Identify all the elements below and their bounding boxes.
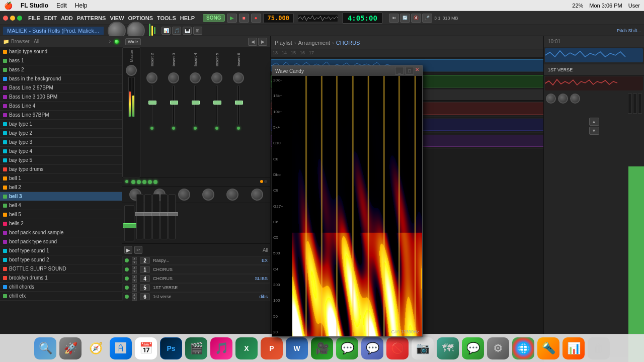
rewind-button[interactable]: ⏮ — [389, 14, 399, 23]
dock-calendar[interactable]: 📅 — [135, 337, 157, 359]
routing-knob-4[interactable] — [202, 189, 214, 201]
insert-fader-knob-5[interactable] — [235, 101, 243, 105]
insert-knob-1[interactable] — [146, 72, 157, 83]
record-button[interactable]: ● — [251, 14, 261, 23]
dock-activity[interactable]: 📊 — [562, 337, 585, 359]
ch-down[interactable]: ▼ — [132, 288, 137, 292]
ch-up[interactable]: ▲ — [132, 275, 137, 279]
patterns-menu[interactable]: PATTERNS — [77, 15, 106, 21]
window-min[interactable] — [10, 16, 15, 21]
track-item-chill-chords[interactable]: chill chords — [0, 283, 122, 292]
mixer-nav-btn[interactable]: ◀ — [248, 38, 257, 46]
insert-fader-knob-3[interactable] — [192, 101, 200, 105]
track-item-bass-line-97bpm[interactable]: Bass Line 97BPM — [0, 111, 122, 120]
track-item-bay-type-2[interactable]: bay type 2 — [0, 129, 122, 138]
dock-discord[interactable]: 💬 — [361, 337, 383, 359]
playlist-tool-btn[interactable]: 🎵 — [172, 27, 181, 35]
track-item-bass-line-4[interactable]: Bass Line 4 — [0, 102, 122, 111]
dock-sysprefs[interactable]: ⚙ — [487, 337, 509, 359]
loop-btn-small[interactable]: ↩ — [134, 246, 142, 254]
play-button[interactable]: ▶ — [227, 14, 237, 23]
dock-launchpad[interactable]: 🚀 — [59, 337, 82, 359]
dock-appstore[interactable]: 🅰 — [110, 337, 132, 359]
track-item-chill-efx[interactable]: chill efx — [0, 292, 122, 301]
track-item-brooklyn-drums-1[interactable]: brooklyn drums 1 — [0, 274, 122, 283]
track-item-bay-type-1[interactable]: bay type 1 — [0, 120, 122, 129]
mute-button[interactable]: 🔇 — [411, 14, 421, 23]
track-item-bass-2[interactable]: bass 2 — [0, 65, 122, 74]
insert-knob-4[interactable] — [211, 72, 222, 83]
dock-safari[interactable]: 🧭 — [85, 337, 107, 359]
channel-row-4[interactable]: ▲▼61st versedibs — [122, 292, 270, 301]
add-menu[interactable]: ADD — [61, 15, 73, 21]
edit-menu-fl[interactable]: EDIT — [44, 15, 57, 21]
ins-fader-5[interactable] — [167, 212, 178, 216]
edit-menu[interactable]: Edit — [56, 2, 67, 9]
channel-row-1[interactable]: ▲▼1CHORUS — [122, 265, 270, 274]
piano-roll-btn[interactable]: 🎹 — [183, 27, 192, 35]
dock-spotlight[interactable]: 🔦 — [537, 337, 559, 359]
dock-finder[interactable]: 🔍 — [34, 337, 56, 359]
browser-nav[interactable]: › — [109, 39, 111, 44]
ch-up[interactable]: ▲ — [132, 266, 137, 269]
wc-resize[interactable]: □ — [405, 67, 414, 75]
track-item-bay-type-5[interactable]: bay type 5 — [0, 156, 122, 165]
play-btn-small[interactable]: ▶ — [124, 246, 132, 254]
wc-close[interactable]: ✕ — [415, 67, 419, 75]
track-item-bay-type-drums[interactable]: bay type drums — [0, 165, 122, 174]
section-breadcrumb[interactable]: CHORUS — [336, 40, 360, 46]
track-item-bass-1[interactable]: bass 1 — [0, 56, 122, 65]
loop-button[interactable]: 🔄 — [400, 14, 410, 23]
track-item-bell-1[interactable]: bell 1 — [0, 174, 122, 183]
dock-excel[interactable]: X — [235, 337, 258, 359]
dock-trash[interactable]: 🗑 — [588, 337, 610, 359]
song-button[interactable]: SONG — [203, 14, 224, 22]
step-seq-btn[interactable]: ⊞ — [193, 27, 202, 35]
help-menu-fl[interactable]: HELP — [180, 15, 195, 21]
wave-candy-titlebar[interactable]: Wave Candy _ □ ✕ — [272, 66, 422, 76]
track-item-bell-2[interactable]: bell 2 — [0, 183, 122, 192]
insert-knob-3[interactable] — [190, 72, 201, 83]
routing-knob-6[interactable] — [251, 189, 263, 201]
channel-row-3[interactable]: ▲▼51ST VERSE — [122, 283, 270, 292]
dock-itunes[interactable]: 🎵 — [210, 337, 232, 359]
fl-studio-menu[interactable]: FL Studio — [21, 2, 48, 9]
channel-row-2[interactable]: ▲▼4CHORUSSLIBS — [122, 274, 270, 283]
track-item-bay-type-3[interactable]: bay type 3 — [0, 138, 122, 147]
apple-menu[interactable]: 🍎 — [4, 2, 13, 10]
track-item-bottle-slurp-sound[interactable]: BOTTLE SLURP SOUND — [0, 264, 122, 274]
dock-sms[interactable]: 💬 — [462, 337, 484, 359]
sends-wf-1[interactable] — [545, 48, 643, 62]
track-item-bells-2[interactable]: bells 2 — [0, 219, 122, 228]
bpm-display[interactable]: 75.000 — [263, 13, 294, 23]
wide-btn[interactable]: Wide — [125, 38, 141, 45]
insert-knob-2[interactable] — [168, 72, 179, 83]
insert-fader-knob-1[interactable] — [148, 101, 156, 105]
routing-knob-3[interactable] — [178, 189, 190, 201]
nav-up[interactable]: ▲ — [589, 118, 599, 126]
help-menu[interactable]: Help — [75, 2, 88, 9]
track-item-bell-5[interactable]: bell 5 — [0, 210, 122, 219]
track-item-boof-pack-sound-sample[interactable]: boof pack sound sample — [0, 228, 122, 237]
arrangement-breadcrumb[interactable]: Arrangement — [298, 40, 331, 46]
track-item-bay-type-4[interactable]: bay type 4 — [0, 147, 122, 156]
dock-messages[interactable]: 💬 — [336, 337, 358, 359]
tools-menu[interactable]: TOOLS — [157, 15, 176, 21]
ch-down[interactable]: ▼ — [132, 270, 137, 274]
master-knob[interactable] — [126, 65, 137, 76]
window-max[interactable] — [17, 16, 22, 21]
nav-down[interactable]: ▼ — [589, 127, 599, 135]
send-knob-1[interactable] — [546, 94, 556, 104]
ch-up[interactable]: ▲ — [132, 284, 137, 288]
playlist-breadcrumb[interactable]: Playlist — [275, 40, 292, 46]
track-item-boof-type-sound-2[interactable]: boof type sound 2 — [0, 255, 122, 264]
dock-photos[interactable]: 📷 — [412, 337, 434, 359]
dock-maps[interactable]: 🗺 — [437, 337, 459, 359]
file-menu[interactable]: FILE — [28, 15, 40, 21]
dock-facetime[interactable]: 🎥 — [311, 337, 333, 359]
track-item-bell-4[interactable]: bell 4 — [0, 201, 122, 210]
ch-down[interactable]: ▼ — [132, 279, 137, 283]
view-menu[interactable]: VIEW — [110, 15, 124, 21]
track-item-boof-type-sound-1[interactable]: boof type sound 1 — [0, 246, 122, 255]
routing-knob-5[interactable] — [226, 189, 238, 201]
